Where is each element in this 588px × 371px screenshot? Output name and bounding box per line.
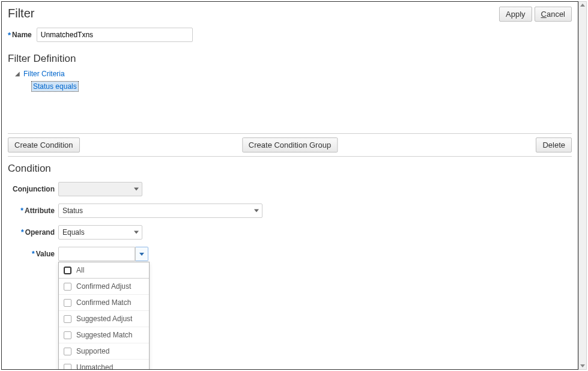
conjunction-select[interactable] (58, 182, 142, 196)
checkbox-icon (64, 299, 71, 307)
attribute-select[interactable]: Status (58, 204, 262, 218)
cancel-button[interactable]: Cancel (535, 7, 572, 22)
value-option-label: Unmatched (76, 363, 113, 370)
value-option-confirmed-match[interactable]: Confirmed Match (59, 295, 149, 311)
value-dropdown-button[interactable] (135, 247, 148, 261)
value-option-label: Suggested Adjust (76, 315, 132, 323)
scroll-down-icon (580, 364, 585, 367)
tree-expand-icon[interactable]: ◢ (15, 70, 20, 77)
operand-select[interactable]: Equals (58, 225, 142, 240)
operand-label: Operand (25, 228, 55, 237)
value-option-label: Supported (76, 347, 109, 355)
required-star-icon: * (32, 250, 35, 258)
value-option-label: Confirmed Match (76, 298, 131, 307)
value-input[interactable] (58, 247, 135, 261)
filter-criteria-tree: ◢ Filter Criteria Status equals (15, 70, 572, 91)
delete-button[interactable]: Delete (536, 137, 572, 152)
checkbox-icon (64, 315, 71, 323)
value-label: Value (36, 250, 55, 258)
value-dropdown-panel: All Confirmed Adjust Confirmed Match (58, 262, 150, 370)
chevron-down-icon (254, 210, 259, 213)
header-buttons: Apply Cancel (499, 7, 572, 22)
checkbox-icon (64, 267, 71, 274)
page-title: Filter (8, 7, 34, 20)
tree-root-link[interactable]: Filter Criteria (23, 70, 65, 78)
chevron-down-icon (134, 231, 139, 234)
value-option-label: Confirmed Adjust (76, 282, 131, 291)
action-bar: Create Condition Create Condition Group … (8, 133, 572, 157)
name-label: Name (12, 31, 32, 39)
value-option-confirmed-adjust[interactable]: Confirmed Adjust (59, 279, 149, 295)
condition-title: Condition (8, 163, 572, 175)
value-option-suggested-adjust[interactable]: Suggested Adjust (59, 311, 149, 327)
value-option-supported[interactable]: Supported (59, 343, 149, 360)
scroll-up-icon (580, 4, 585, 7)
value-option-unmatched[interactable]: Unmatched (59, 360, 149, 370)
checkbox-icon (64, 348, 71, 355)
create-condition-button[interactable]: Create Condition (8, 137, 80, 152)
value-option-label: All (76, 266, 84, 274)
vertical-scrollbar[interactable] (578, 1, 587, 370)
chevron-down-icon (134, 188, 139, 191)
value-option-suggested-match[interactable]: Suggested Match (59, 327, 149, 343)
value-option-all[interactable]: All (59, 262, 149, 279)
required-star-icon: * (21, 228, 24, 237)
checkbox-icon (64, 283, 71, 291)
tree-selected-condition[interactable]: Status equals (32, 82, 78, 91)
value-option-label: Suggested Match (76, 331, 132, 339)
required-star-icon: * (8, 31, 11, 40)
required-star-icon: * (20, 207, 23, 215)
name-input[interactable] (37, 28, 193, 42)
create-condition-group-button[interactable]: Create Condition Group (242, 137, 338, 152)
caret-down-icon (139, 253, 144, 256)
conjunction-label: Conjunction (8, 185, 55, 193)
checkbox-icon (64, 331, 71, 339)
attribute-label: Attribute (25, 207, 55, 215)
apply-button[interactable]: Apply (499, 7, 532, 22)
attribute-value: Status (62, 207, 83, 215)
filter-definition-title: Filter Definition (8, 53, 572, 65)
operand-value: Equals (62, 228, 85, 237)
checkbox-icon (64, 364, 71, 370)
